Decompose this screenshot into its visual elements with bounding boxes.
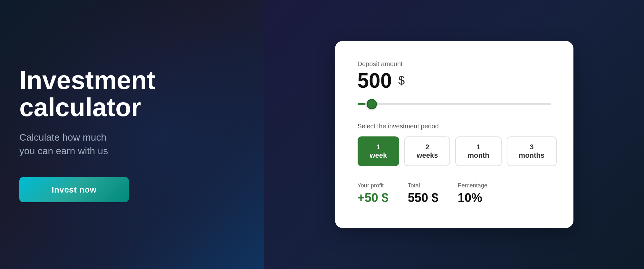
period-btn-2weeks[interactable]: 2 weeks [404,136,450,166]
currency-symbol: $ [398,74,405,87]
deposit-amount-row: 500 $ [358,70,551,91]
percentage-result: Percentage 10% [458,182,487,205]
percentage-value: 10% [458,191,487,205]
profit-label: Your profit [358,182,389,189]
total-label: Total [408,182,438,189]
profit-result: Your profit +50 $ [358,182,389,205]
deposit-label: Deposit amount [358,60,551,68]
deposit-slider[interactable] [358,103,551,105]
deposit-amount-value: 500 [358,70,392,91]
period-label: Select the investment period [358,123,551,130]
main-title: Investment calculator [19,67,245,121]
calculator-card: Deposit amount 500 $ Select the investme… [335,41,573,228]
subtitle: Calculate how much you can earn with us [19,131,245,158]
total-value: 550 $ [408,191,438,205]
invest-now-button[interactable]: Invest now [19,177,129,202]
left-content: Investment calculator Calculate how much… [19,67,245,202]
period-btn-3months[interactable]: 3 months [507,136,557,166]
right-panel: Deposit amount 500 $ Select the investme… [264,0,644,269]
period-btn-1month[interactable]: 1 month [455,136,501,166]
results-row: Your profit +50 $ Total 550 $ Percentage… [358,182,551,205]
profit-value: +50 $ [358,191,389,205]
period-btn-1week[interactable]: 1 week [358,136,399,166]
total-result: Total 550 $ [408,182,438,205]
period-buttons: 1 week 2 weeks 1 month 3 months [358,136,551,166]
percentage-label: Percentage [458,182,487,189]
slider-container [358,101,551,106]
left-panel: Investment calculator Calculate how much… [0,0,264,269]
